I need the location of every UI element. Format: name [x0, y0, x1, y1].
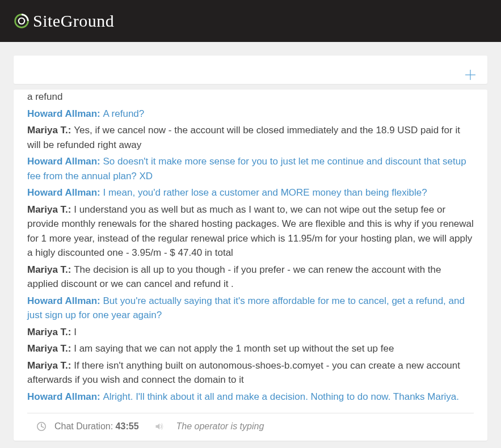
top-panel	[14, 56, 487, 84]
chat-message: Howard Allman: Alright. I'll think about…	[27, 390, 474, 404]
chat-message: Howard Allman: But you're actually sayin…	[27, 294, 474, 323]
clock-icon	[36, 421, 47, 432]
chat-transcript[interactable]: Howard Allman: Can you guide me on cance…	[14, 90, 487, 413]
plus-icon[interactable]	[465, 69, 476, 81]
message-text: I am sorry to hear that you want to canc…	[27, 90, 470, 102]
duration-label: Chat Duration:	[54, 421, 116, 431]
chat-message: Mariya T.: Yes, if we cancel now - the a…	[27, 123, 474, 152]
message-sender: Howard Allman:	[27, 187, 103, 198]
message-text: The decision is all up to you though - i…	[27, 264, 441, 290]
chat-message: Howard Allman: A refund?	[27, 107, 474, 121]
brand-logo: SiteGround	[14, 11, 114, 31]
speaker-icon	[155, 421, 165, 432]
svg-line-6	[41, 426, 44, 428]
chat-message: Mariya T.: The decision is all up to you…	[27, 263, 474, 291]
message-text: If there isn't anything built on autonom…	[27, 360, 460, 386]
message-text: A refund?	[103, 108, 145, 119]
app-header: SiteGround	[0, 0, 501, 42]
message-sender: Howard Allman:	[27, 295, 103, 306]
message-text: Alright. I'll think about it all and mak…	[103, 391, 460, 402]
message-sender: Mariya T.:	[27, 327, 74, 337]
message-sender: Mariya T.:	[27, 360, 74, 371]
sound-toggle[interactable]	[155, 421, 165, 432]
message-text: I am saying that we can not apply the 1 …	[74, 343, 394, 354]
status-bar: Chat Duration: 43:55 The operator is typ…	[14, 413, 487, 441]
message-sender: Mariya T.:	[27, 343, 74, 354]
chat-message: Mariya T.: I understand you as well but …	[27, 202, 474, 260]
message-text: I	[74, 327, 77, 337]
chat-message: Mariya T.: I am sorry to hear that you w…	[27, 90, 474, 104]
chat-message: Mariya T.: I	[27, 325, 474, 340]
message-text: I understand you as well but as much as …	[27, 204, 474, 259]
typing-indicator: The operator is typing	[176, 421, 264, 432]
content-area: Howard Allman: Can you guide me on cance…	[0, 42, 501, 448]
message-sender: Howard Allman:	[27, 391, 103, 402]
message-sender: Howard Allman:	[27, 156, 103, 167]
brand-name: SiteGround	[33, 11, 114, 31]
message-sender: Mariya T.:	[27, 125, 74, 136]
chat-message: Mariya T.: If there isn't anything built…	[27, 358, 474, 387]
message-sender: Mariya T.:	[27, 264, 74, 275]
message-sender: Mariya T.:	[27, 204, 74, 215]
svg-point-1	[19, 18, 25, 24]
message-sender: Howard Allman:	[27, 108, 103, 119]
message-text: I mean, you'd rather lose a customer and…	[103, 187, 427, 198]
chat-message: Howard Allman: I mean, you'd rather lose…	[27, 185, 474, 200]
chat-duration: Chat Duration: 43:55	[54, 421, 139, 432]
chat-message: Mariya T.: I am saying that we can not a…	[27, 341, 474, 356]
siteground-logo-icon	[14, 13, 30, 29]
chat-message: Howard Allman: So doesn't it make more s…	[27, 154, 474, 183]
chat-panel: Howard Allman: Can you guide me on cance…	[14, 90, 487, 441]
message-text: Yes, if we cancel now - the account will…	[27, 125, 460, 150]
duration-value: 43:55	[116, 421, 139, 431]
